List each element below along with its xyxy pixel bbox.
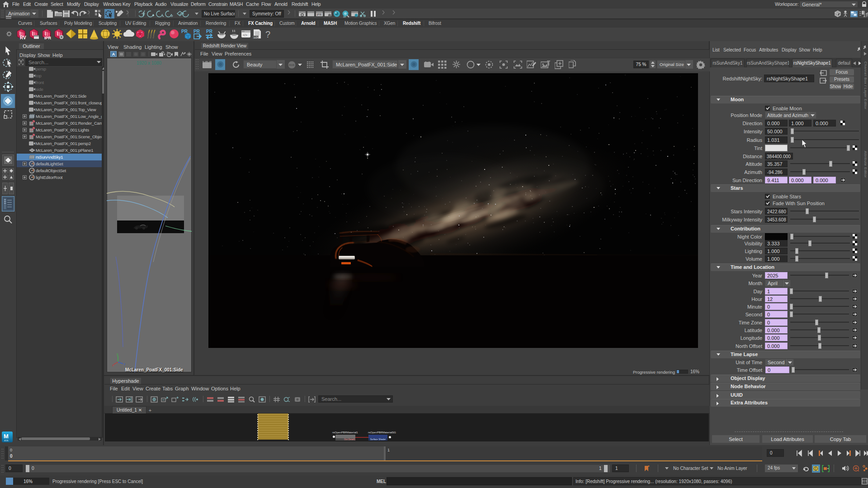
svg-text:</>: </> [243, 33, 247, 37]
svg-text:RGB: RGB [289, 64, 294, 66]
svg-text:AYA: AYA [4, 439, 9, 442]
svg-text:PR: PR [193, 29, 200, 34]
svg-text:IPR: IPR [44, 36, 52, 40]
svg-text:PR: PR [206, 29, 213, 34]
svg-text:z: z [124, 362, 126, 366]
svg-text:x0: x0 [343, 15, 346, 18]
svg-text:?: ? [265, 29, 270, 39]
svg-text:.LOG: .LOG [253, 36, 260, 39]
svg-text:IPR: IPR [317, 13, 322, 16]
svg-text:RV: RV [20, 35, 26, 40]
svg-text:y: y [117, 353, 118, 356]
svg-text:PR: PR [181, 29, 188, 34]
svg-text:x: x [112, 364, 114, 366]
svg-text:M: M [4, 433, 9, 440]
